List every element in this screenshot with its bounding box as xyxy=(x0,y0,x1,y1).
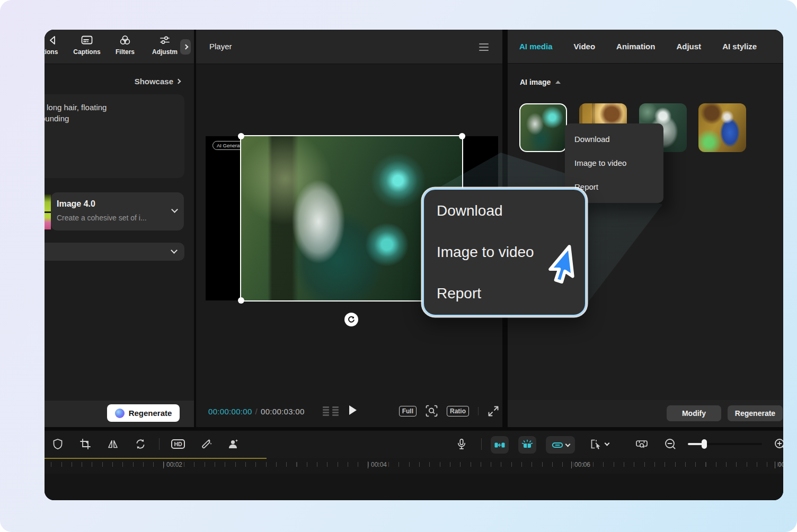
showcase-link[interactable]: Showcase xyxy=(135,77,180,86)
magnetic-snap-button[interactable] xyxy=(491,436,509,454)
ai-image-thumbnail-selected[interactable] xyxy=(519,103,567,152)
zoom-in-icon[interactable] xyxy=(773,437,783,451)
tab-ai-media[interactable]: AI media xyxy=(519,42,553,51)
resize-handle-top-left[interactable] xyxy=(238,133,244,139)
divider xyxy=(478,407,479,415)
tab-ai-stylize[interactable]: AI stylize xyxy=(722,42,757,51)
timeline-ruler[interactable]: 00:02 00:04 00:06 00:08 xyxy=(45,458,783,474)
menu-item-download-magnified[interactable]: Download xyxy=(437,202,572,220)
shield-icon[interactable] xyxy=(50,437,65,451)
resize-handle-top-right[interactable] xyxy=(459,133,465,139)
ruler-label: 00:08 xyxy=(775,461,783,468)
hd-label: HD xyxy=(171,439,184,449)
showcase-label: Showcase xyxy=(135,77,173,86)
portrait-retouch-icon[interactable] xyxy=(226,437,241,451)
tab-video[interactable]: Video xyxy=(574,42,596,51)
resize-handle-bottom-left[interactable] xyxy=(238,297,244,304)
tab-captions[interactable]: Captions xyxy=(72,34,102,56)
rotate-handle[interactable] xyxy=(344,313,358,326)
replace-icon[interactable] xyxy=(133,437,148,451)
divider xyxy=(474,437,489,451)
ruler-label: 00:02 xyxy=(163,461,182,468)
select-dropdown-chevron[interactable] xyxy=(605,441,610,446)
auto-split-button[interactable] xyxy=(518,436,536,454)
player-view-controls: Full Ratio xyxy=(399,405,499,417)
menu-item-report[interactable]: Report xyxy=(574,182,663,191)
link-icon xyxy=(552,440,563,450)
tab-label: Adjustm xyxy=(152,48,178,56)
prompt-text-line: long hair, floating xyxy=(47,102,177,113)
triangle-up-icon xyxy=(555,81,561,84)
model-name: Image 4.0 xyxy=(57,199,95,209)
menu-item-download[interactable]: Download xyxy=(574,135,663,144)
toolbar-more-button[interactable] xyxy=(180,39,191,55)
fullscreen-icon[interactable] xyxy=(488,405,499,417)
cursor-pointer-icon xyxy=(548,246,589,291)
menu-item-image-to-video[interactable]: Image to video xyxy=(574,158,663,167)
tab-label: Captions xyxy=(73,48,100,56)
tab-adjust[interactable]: Adjust xyxy=(676,42,701,51)
style-thumbnail-partial[interactable] xyxy=(45,213,51,229)
page-background: tions Captions Filters xyxy=(0,0,797,532)
crop-icon[interactable] xyxy=(78,437,93,451)
tab-label: Filters xyxy=(116,48,135,56)
full-button[interactable]: Full xyxy=(399,406,417,416)
ruler-ticks xyxy=(45,462,783,467)
ai-image-thumbnail[interactable] xyxy=(698,103,746,152)
zoom-out-icon[interactable] xyxy=(663,437,678,451)
right-panel-tabs: AI media Video Animation Adjust AI styli… xyxy=(508,30,783,64)
section-title: AI image xyxy=(520,78,551,86)
prompt-textarea[interactable]: long hair, floating rounding xyxy=(45,94,184,178)
timecode-separator: / xyxy=(255,407,258,416)
tab-adjustment[interactable]: Adjustm xyxy=(149,34,181,56)
options-dropdown[interactable] xyxy=(45,243,184,261)
auto-enhance-wand-icon[interactable] xyxy=(199,437,214,451)
ratio-button[interactable]: Ratio xyxy=(447,406,469,416)
modify-button[interactable]: Modify xyxy=(667,405,721,421)
select-tool-button[interactable] xyxy=(588,437,610,451)
left-panel-footer: Regenerate xyxy=(45,401,194,427)
focus-zoom-icon[interactable] xyxy=(426,405,438,417)
timeline-track-area[interactable] xyxy=(45,474,783,500)
regenerate-button[interactable]: Regenerate xyxy=(107,404,180,422)
hamburger-menu-icon[interactable] xyxy=(479,43,489,51)
timeline-fit-icon[interactable] xyxy=(634,437,649,451)
tab-filters[interactable]: Filters xyxy=(110,34,140,56)
player-title: Player xyxy=(209,42,232,51)
regenerate-button-right[interactable]: Regenerate xyxy=(728,405,783,421)
captions-icon xyxy=(81,34,93,47)
link-button[interactable] xyxy=(546,436,575,454)
link-dropdown-chevron[interactable] xyxy=(565,441,570,447)
model-description: Create a cohesive set of i... xyxy=(57,214,168,222)
right-panel-footer: Modify Regenerate xyxy=(508,400,783,427)
player-controls: 00:00:00:00/00:00:03:00 Full Ratio xyxy=(196,397,502,427)
timecode: 00:00:00:00/00:00:03:00 xyxy=(208,407,305,416)
tab-label: tions xyxy=(45,48,58,56)
ruler-label: 00:04 xyxy=(368,461,387,468)
chevron-right-icon xyxy=(176,79,181,84)
tab-animation[interactable]: Animation xyxy=(616,42,655,51)
clip-duration-marker xyxy=(45,458,267,459)
ai-gradient-orb-icon xyxy=(115,409,125,418)
hd-badge[interactable]: HD xyxy=(171,437,185,451)
ruler-label: 00:06 xyxy=(571,461,590,468)
ai-image-section-header[interactable]: AI image xyxy=(520,78,561,86)
rotate-handle-icon xyxy=(347,315,356,324)
app-window: tions Captions Filters xyxy=(45,30,783,500)
chevron-right-icon xyxy=(183,45,188,50)
zoom-slider[interactable] xyxy=(688,443,762,445)
zoom-slider-knob[interactable] xyxy=(702,439,707,449)
magnetic-snap-icon xyxy=(494,440,506,450)
chevron-down-icon xyxy=(171,247,178,254)
adjustment-icon xyxy=(158,34,171,47)
style-thumbnail-partial[interactable] xyxy=(45,194,51,211)
prompt-text-line: rounding xyxy=(45,113,177,124)
play-button[interactable] xyxy=(349,405,357,415)
flip-horizontal-icon[interactable] xyxy=(105,437,120,451)
model-selector[interactable]: Image 4.0 Create a cohesive set of i... xyxy=(51,192,184,230)
player-header: Player xyxy=(196,30,502,64)
microphone-icon[interactable] xyxy=(454,437,469,451)
auto-split-icon xyxy=(521,439,533,451)
tab-transitions[interactable]: tions xyxy=(45,34,64,56)
frame-view-icon[interactable] xyxy=(323,406,339,416)
